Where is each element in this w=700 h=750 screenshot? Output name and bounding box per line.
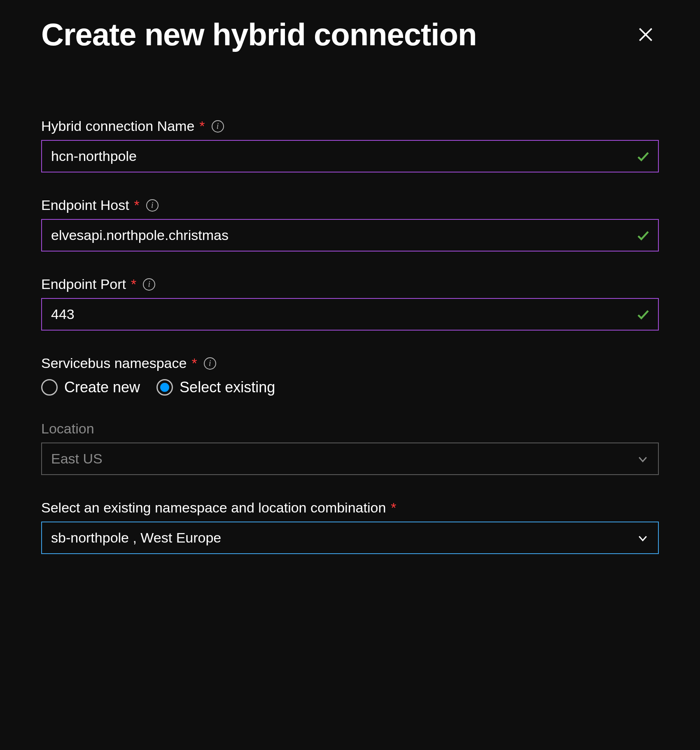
field-servicebus-namespace: Servicebus namespace * i Create new Sele…	[41, 355, 659, 396]
required-asterisk: *	[131, 276, 136, 292]
field-existing-namespace: Select an existing namespace and locatio…	[41, 500, 659, 554]
checkmark-icon	[636, 228, 651, 243]
endpoint-port-input[interactable]	[41, 298, 659, 331]
label-row: Location	[41, 421, 659, 437]
required-asterisk: *	[134, 197, 140, 213]
required-asterisk: *	[391, 500, 396, 516]
panel-title: Create new hybrid connection	[41, 16, 476, 52]
info-icon[interactable]: i	[146, 199, 159, 212]
chevron-down-icon	[637, 453, 649, 465]
info-icon[interactable]: i	[212, 120, 224, 133]
label-row: Endpoint Host * i	[41, 197, 659, 213]
info-icon[interactable]: i	[143, 278, 155, 291]
checkmark-icon	[636, 149, 651, 164]
radio-group: Create new Select existing	[41, 379, 659, 396]
label-row: Select an existing namespace and locatio…	[41, 500, 659, 516]
hybrid-connection-name-input[interactable]	[41, 140, 659, 172]
label-row: Hybrid connection Name * i	[41, 118, 659, 134]
existing-namespace-select[interactable]: sb-northpole , West Europe	[41, 522, 659, 554]
info-icon[interactable]: i	[204, 357, 216, 370]
field-hybrid-connection-name: Hybrid connection Name * i	[41, 118, 659, 172]
input-wrap	[41, 298, 659, 331]
radio-create-new[interactable]: Create new	[41, 379, 140, 396]
field-label: Select an existing namespace and locatio…	[41, 500, 386, 516]
field-label: Hybrid connection Name	[41, 118, 194, 134]
field-location: Location East US	[41, 421, 659, 475]
close-icon	[637, 26, 655, 44]
endpoint-host-input[interactable]	[41, 219, 659, 252]
select-value: East US	[51, 451, 103, 467]
create-hybrid-connection-panel: Create new hybrid connection Hybrid conn…	[0, 0, 700, 750]
field-endpoint-host: Endpoint Host * i	[41, 197, 659, 252]
radio-icon	[156, 379, 173, 396]
field-label: Endpoint Host	[41, 197, 129, 213]
field-endpoint-port: Endpoint Port * i	[41, 276, 659, 331]
required-asterisk: *	[191, 355, 197, 371]
panel-header: Create new hybrid connection	[41, 16, 659, 52]
label-row: Endpoint Port * i	[41, 276, 659, 292]
radio-select-existing[interactable]: Select existing	[156, 379, 275, 396]
chevron-down-icon	[637, 532, 649, 544]
select-value: sb-northpole , West Europe	[51, 530, 221, 546]
required-asterisk: *	[199, 118, 205, 134]
radio-label: Select existing	[180, 379, 275, 396]
checkmark-icon	[636, 307, 651, 322]
location-select: East US	[41, 443, 659, 475]
field-label: Location	[41, 421, 94, 437]
field-label: Endpoint Port	[41, 276, 126, 292]
radio-icon	[41, 379, 58, 396]
field-label: Servicebus namespace	[41, 355, 187, 371]
input-wrap	[41, 140, 659, 172]
input-wrap	[41, 219, 659, 252]
radio-label: Create new	[64, 379, 140, 396]
label-row: Servicebus namespace * i	[41, 355, 659, 371]
close-button[interactable]	[637, 26, 655, 44]
